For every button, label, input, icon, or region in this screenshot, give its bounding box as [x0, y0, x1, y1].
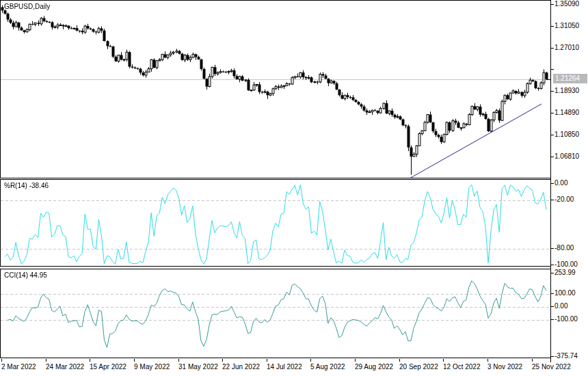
time-axis-tick — [355, 359, 356, 362]
time-axis-tick — [178, 359, 179, 362]
price-axis-label: 1.31050 — [554, 22, 579, 30]
price-axis-label: -100.00 — [554, 315, 578, 323]
price-axis-label: 253.99 — [554, 269, 576, 277]
wpr-indicator-panel: %R(14) -38.46 — [0, 179, 551, 267]
price-axis-label: 1.18930 — [554, 87, 579, 95]
axis-tick — [550, 293, 554, 294]
cci-indicator-label: CCI(14) 44.95 — [4, 271, 47, 279]
price-axis-label: 0.00 — [554, 302, 567, 310]
time-axis-label: 3 Nov 2022 — [487, 363, 522, 371]
axis-tick — [550, 157, 554, 157]
price-axis-label: -80.00 — [554, 244, 574, 252]
time-axis-tick — [222, 359, 223, 362]
axis-tick — [550, 26, 554, 27]
time-axis-label: 22 Jun 2022 — [222, 363, 260, 371]
price-chart-canvas[interactable] — [1, 1, 550, 178]
time-axis-label: 14 Jul 2022 — [267, 363, 302, 371]
price-axis-label: 1.14890 — [554, 109, 579, 117]
main-chart-panel: GBPUSD,Daily — [0, 0, 551, 178]
time-axis-label: 29 Aug 2022 — [355, 363, 393, 371]
time-axis-tick — [443, 359, 444, 362]
axis-tick — [550, 48, 554, 49]
chart-window: GBPUSD,Daily %R(14) -38.46 CCI(14) 44.95… — [0, 0, 588, 376]
axis-tick — [550, 4, 554, 5]
axis-tick — [550, 356, 554, 357]
price-axis-label: 1.27010 — [554, 44, 579, 52]
axis-tick — [550, 113, 554, 113]
cci-indicator-panel: CCI(14) 44.95 — [0, 269, 551, 358]
axis-tick — [550, 248, 554, 249]
time-axis-label: 12 Oct 2022 — [443, 363, 480, 371]
time-axis-label: 15 Apr 2022 — [90, 363, 126, 371]
time-axis-tick — [267, 359, 267, 362]
time-axis-tick — [134, 359, 135, 362]
time-axis-label: 31 May 2022 — [178, 363, 218, 371]
axis-tick — [550, 319, 554, 320]
wpr-indicator-label: %R(14) -38.46 — [4, 182, 49, 189]
cci-indicator-canvas[interactable] — [1, 269, 550, 358]
axis-tick — [550, 183, 554, 184]
time-axis-tick — [1, 359, 2, 362]
axis-tick — [550, 273, 554, 273]
time-axis-label: 25 Nov 2022 — [532, 363, 571, 371]
axis-tick — [550, 200, 554, 200]
current-price-badge: 1.21264 — [553, 74, 587, 83]
axis-tick — [550, 135, 554, 135]
price-axis-label: -20.00 — [554, 196, 574, 204]
price-axis-label: 1.10850 — [554, 131, 579, 139]
price-axis-label: 0.00 — [554, 179, 567, 187]
price-axis-label: 100.00 — [554, 289, 576, 297]
price-axis-label: -375.74 — [554, 352, 578, 360]
time-axis-tick — [487, 359, 488, 362]
time-axis-tick — [399, 359, 400, 362]
price-axis-line — [550, 0, 551, 362]
time-axis-label: 20 Sep 2022 — [399, 363, 438, 371]
axis-tick — [550, 91, 554, 92]
axis-tick — [550, 306, 554, 307]
price-axis-label: -100.00 — [554, 260, 578, 269]
time-axis-tick — [90, 359, 90, 362]
time-axis-label: 9 May 2022 — [134, 363, 170, 371]
time-axis-label: 24 Mar 2022 — [46, 363, 84, 371]
axis-tick — [550, 69, 554, 70]
wpr-indicator-canvas[interactable] — [1, 180, 550, 266]
price-axis-label: 1.06810 — [554, 152, 579, 161]
axis-tick — [550, 265, 554, 265]
price-axis-label: 1.35090 — [554, 0, 579, 8]
time-axis-tick — [46, 359, 46, 362]
time-axis-label: 2 Mar 2022 — [1, 363, 36, 371]
time-axis-tick — [310, 359, 311, 362]
time-axis-tick — [532, 359, 533, 362]
time-axis-label: 5 Aug 2022 — [310, 363, 345, 371]
chart-title: GBPUSD,Daily — [4, 3, 50, 10]
